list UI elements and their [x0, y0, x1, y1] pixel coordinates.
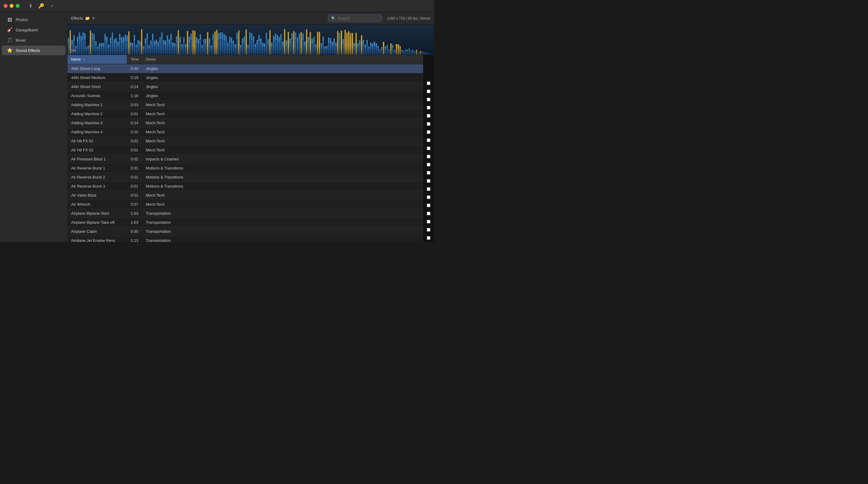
search-input[interactable] — [338, 16, 379, 21]
row-checkbox[interactable] — [427, 82, 430, 85]
cell-time: 0:01 — [127, 146, 142, 155]
row-checkbox[interactable] — [427, 187, 430, 191]
row-checkbox[interactable] — [427, 171, 430, 175]
col-extra — [187, 55, 423, 64]
checkbox-row[interactable] — [423, 217, 434, 225]
cell-genre: Mech:Tech — [142, 191, 187, 200]
checkbox-row[interactable] — [423, 128, 434, 136]
table-row[interactable]: 44th Street Medium0:19Jingles — [67, 73, 423, 82]
checkbox-row[interactable] — [423, 79, 434, 87]
table-row[interactable]: Air Reverse Burst 20:01Motions & Transit… — [67, 173, 423, 182]
cell-genre: Mech:Tech — [142, 100, 187, 110]
checkbox-row[interactable] — [423, 152, 434, 160]
cell-genre: Transportation — [142, 227, 187, 236]
checkbox-row[interactable] — [423, 201, 434, 209]
checkbox-row[interactable] — [423, 177, 434, 185]
table-container[interactable]: Name ↑ Time Genre — [67, 55, 423, 242]
table-row[interactable]: Airplane Biplane Start1:03Transportation — [67, 209, 423, 218]
close-button[interactable] — [4, 4, 7, 8]
table-row[interactable]: Adding Machine 20:01Mech:Tech — [67, 110, 423, 119]
search-box[interactable]: 🔍 — [328, 14, 382, 22]
cell-genre: Transportation — [142, 209, 187, 218]
row-checkbox[interactable] — [427, 147, 430, 150]
checkbox-row[interactable] — [423, 103, 434, 112]
cell-time: 0:01 — [127, 110, 142, 119]
table-row[interactable]: Airplane Jet Engine Revs1:13Transportati… — [67, 236, 423, 242]
checkbox-row[interactable] — [423, 225, 434, 234]
table-row[interactable]: 44th Street Short0:14Jingles — [67, 82, 423, 91]
fullscreen-button[interactable] — [16, 4, 20, 8]
table-row[interactable]: Air Wrench0:07Mech:Tech — [67, 200, 423, 209]
music-icon: 🎵 — [7, 37, 13, 43]
row-checkbox[interactable] — [427, 98, 430, 101]
effects-label: Effects 📁 ▼ — [71, 16, 95, 21]
sidebar-item-music[interactable]: 🎵 Music — [2, 35, 65, 45]
checkbox-row[interactable] — [423, 193, 434, 201]
table-row[interactable]: Adding Machine 10:03Mech:Tech — [67, 100, 423, 110]
table-row[interactable]: Airplane Biplane Take-off1:03Transportat… — [67, 218, 423, 227]
row-checkbox[interactable] — [427, 155, 430, 158]
sidebar-item-garageband[interactable]: 🎸 GarageBand — [2, 25, 65, 35]
checkbox-row[interactable] — [423, 185, 434, 193]
minimize-button[interactable] — [10, 4, 13, 8]
checkbox-row[interactable] — [423, 209, 434, 217]
row-checkbox[interactable] — [427, 236, 430, 240]
checkbox-row[interactable] — [423, 112, 434, 120]
checkbox-row[interactable] — [423, 136, 434, 144]
row-checkbox[interactable] — [427, 179, 430, 183]
sound-table: Name ↑ Time Genre — [67, 55, 423, 242]
download-icon[interactable]: ⬇ — [27, 2, 34, 10]
checkbox-row[interactable] — [423, 95, 434, 103]
waveform-container[interactable]: 39s — [67, 25, 434, 55]
table-row[interactable]: Air Hit FX 010:01Mech:Tech — [67, 137, 423, 146]
checkbox-row[interactable] — [423, 169, 434, 177]
col-time[interactable]: Time — [127, 55, 142, 64]
table-row[interactable]: Air Valve Blast0:01Mech:Tech — [67, 191, 423, 200]
checkbox-row[interactable] — [423, 120, 434, 128]
cell-name: Airplane Biplane Take-off — [67, 218, 127, 227]
table-row[interactable]: Adding Machine 30:14Mech:Tech — [67, 119, 423, 127]
row-checkbox[interactable] — [427, 139, 430, 142]
checkbox-row[interactable] — [423, 234, 434, 242]
row-checkbox[interactable] — [427, 163, 430, 167]
col-name[interactable]: Name ↑ — [67, 55, 127, 64]
row-checkbox[interactable] — [427, 228, 430, 232]
checkbox-row[interactable] — [423, 160, 434, 169]
row-checkbox[interactable] — [427, 114, 430, 118]
table-row[interactable]: Air Reverse Burst 10:01Motions & Transit… — [67, 164, 423, 173]
checkbox-row[interactable] — [423, 144, 434, 152]
col-genre[interactable]: Genre — [142, 55, 187, 64]
traffic-lights — [4, 4, 20, 8]
table-row[interactable]: Airplane Cabin0:30Transportation — [67, 227, 423, 236]
cell-time: 0:02 — [127, 155, 142, 164]
sidebar-item-photos[interactable]: 🖼 Photos — [2, 15, 65, 24]
sidebar-item-sound-effects[interactable]: ⭐ Sound Effects — [2, 46, 65, 55]
effects-text: Effects — [71, 16, 83, 21]
cell-time: 0:01 — [127, 164, 142, 173]
checkmark-icon[interactable]: ✓ — [49, 2, 56, 10]
cell-time: 0:40 — [127, 64, 142, 73]
sidebar-item-label: Photos — [16, 18, 28, 22]
cell-time: 0:03 — [127, 100, 142, 110]
cell-time: 1:18 — [127, 91, 142, 100]
sidebar-item-label: Sound Effects — [16, 48, 40, 53]
row-checkbox[interactable] — [427, 195, 430, 199]
table-row[interactable]: 44th Street Long0:40Jingles — [67, 64, 423, 73]
table-row[interactable]: Air Pressure Blast 10:02Impacts & Crashe… — [67, 155, 423, 164]
table-row[interactable]: Air Reverse Burst 30:01Motions & Transit… — [67, 182, 423, 191]
waveform-time: 39s — [70, 49, 76, 53]
folder-icon: 📁 — [85, 16, 90, 21]
table-row[interactable]: Adding Machine 40:15Mech:Tech — [67, 127, 423, 137]
checkbox-row[interactable] — [423, 87, 434, 95]
row-checkbox[interactable] — [427, 122, 430, 126]
row-checkbox[interactable] — [427, 220, 430, 223]
row-checkbox[interactable] — [427, 130, 430, 134]
table-row[interactable]: Acoustic Sunrise1:18Jingles — [67, 91, 423, 100]
sidebar-item-label: Music — [16, 38, 26, 42]
key-icon[interactable]: 🔑 — [38, 2, 45, 10]
row-checkbox[interactable] — [427, 204, 430, 207]
row-checkbox[interactable] — [427, 106, 430, 110]
table-row[interactable]: Air Hit FX 020:01Mech:Tech — [67, 146, 423, 155]
row-checkbox[interactable] — [427, 90, 430, 93]
row-checkbox[interactable] — [427, 212, 430, 215]
